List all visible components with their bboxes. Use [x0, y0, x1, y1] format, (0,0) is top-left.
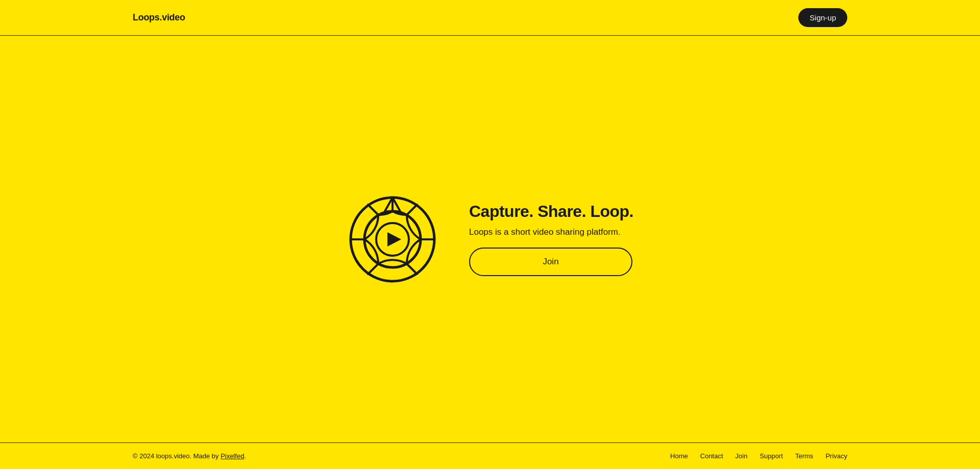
pixelfed-link[interactable]: Pixelfed — [220, 452, 244, 460]
svg-line-9 — [368, 264, 378, 274]
svg-line-4 — [385, 198, 393, 211]
site-footer: © 2024 loops.video. Made by Pixelfed. Ho… — [0, 442, 980, 469]
footer-link-contact[interactable]: Contact — [700, 452, 723, 460]
svg-line-5 — [393, 198, 400, 211]
svg-line-6 — [407, 205, 417, 215]
svg-line-8 — [407, 264, 417, 274]
footer-link-join[interactable]: Join — [736, 452, 748, 460]
footer-copyright: © 2024 loops.video. Made by Pixelfed. — [133, 452, 246, 460]
footer-link-privacy[interactable]: Privacy — [825, 452, 847, 460]
footer-link-home[interactable]: Home — [670, 452, 688, 460]
site-header: Loops.video Sign-up — [0, 0, 980, 36]
join-button[interactable]: Join — [469, 248, 632, 276]
main-content: Capture. Share. Loop. Loops is a short v… — [0, 36, 980, 442]
footer-link-terms[interactable]: Terms — [795, 452, 813, 460]
loops-logo-icon — [347, 193, 438, 285]
footer-nav: Home Contact Join Support Terms Privacy — [670, 452, 847, 460]
svg-marker-3 — [387, 232, 401, 246]
svg-line-11 — [368, 205, 378, 215]
signup-button[interactable]: Sign-up — [798, 8, 847, 27]
site-logo: Loops.video — [133, 12, 185, 23]
hero-subtitle: Loops is a short video sharing platform. — [469, 227, 633, 237]
footer-link-support[interactable]: Support — [760, 452, 783, 460]
hero-title: Capture. Share. Loop. — [469, 202, 633, 221]
hero-text-block: Capture. Share. Loop. Loops is a short v… — [469, 202, 633, 276]
hero-section: Capture. Share. Loop. Loops is a short v… — [347, 193, 633, 285]
